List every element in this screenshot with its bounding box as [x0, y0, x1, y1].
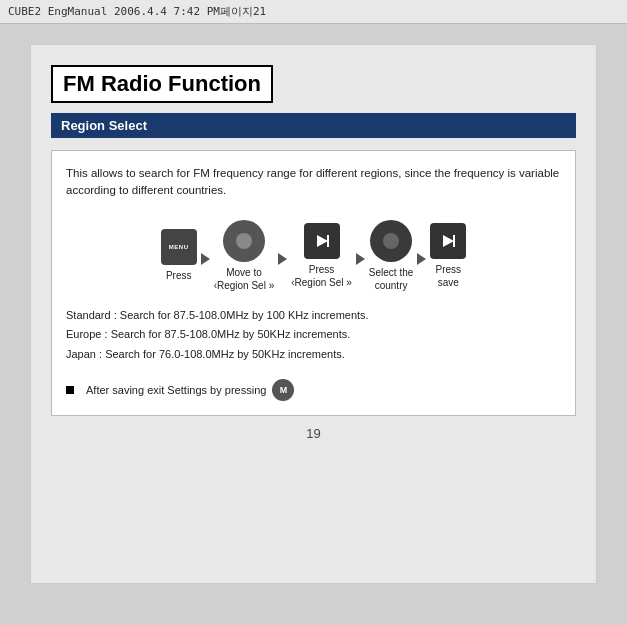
nav-wheel-inner-1 [236, 233, 252, 249]
play-icon [314, 233, 330, 249]
arrow-3 [356, 253, 365, 265]
header-bar: CUBE2 EngManual 2006.4.4 7:42 PM페이지21 [0, 0, 627, 24]
description-text: This allows to search for FM frequency r… [66, 165, 561, 200]
note-3: Japan : Search for 76.0-108.0MHz by 50KH… [66, 345, 561, 365]
page-container: FM Radio Function Region Select This all… [30, 44, 597, 584]
svg-rect-1 [327, 235, 329, 247]
after-note-text: After saving exit Settings by pressing [86, 384, 266, 396]
step-4: Select thecountry [369, 220, 413, 292]
page-title: FM Radio Function [51, 65, 273, 103]
nav-wheel-2[interactable] [370, 220, 412, 262]
m-button-inline: M [272, 379, 294, 401]
arrow-2 [278, 253, 287, 265]
menu-button[interactable]: MENU [161, 229, 197, 265]
steps-row: MENU Press Move to‹Region Sel » [66, 220, 561, 292]
svg-marker-2 [443, 235, 454, 247]
step-1-label: Press [166, 269, 192, 282]
play-button-1[interactable] [304, 223, 340, 259]
content-box: This allows to search for FM frequency r… [51, 150, 576, 416]
step-3: Press‹Region Sel » [291, 223, 352, 289]
note-2: Europe : Search for 87.5-108.0MHz by 50K… [66, 325, 561, 345]
menu-button-label: MENU [169, 244, 189, 250]
arrow-1 [201, 253, 210, 265]
step-4-label: Select thecountry [369, 266, 413, 292]
step-5-label: Presssave [436, 263, 462, 289]
play-icon-2 [440, 233, 456, 249]
step-2: Move to‹Region Sel » [214, 220, 275, 292]
bullet-icon [66, 386, 74, 394]
step-2-label: Move to‹Region Sel » [214, 266, 275, 292]
after-note-row: After saving exit Settings by pressing M [66, 379, 561, 401]
step-5: Presssave [430, 223, 466, 289]
section-header: Region Select [51, 113, 576, 138]
step-1: MENU Press [161, 229, 197, 282]
header-text: CUBE2 EngManual 2006.4.4 7:42 PM페이지21 [8, 5, 266, 18]
note-1: Standard : Search for 87.5-108.0MHz by 1… [66, 306, 561, 326]
step-3-label: Press‹Region Sel » [291, 263, 352, 289]
page-number: 19 [51, 426, 576, 441]
arrow-4 [417, 253, 426, 265]
svg-rect-3 [453, 235, 455, 247]
nav-wheel-inner-2 [383, 233, 399, 249]
svg-marker-0 [317, 235, 328, 247]
standard-notes: Standard : Search for 87.5-108.0MHz by 1… [66, 306, 561, 365]
play-button-2[interactable] [430, 223, 466, 259]
nav-wheel-1[interactable] [223, 220, 265, 262]
